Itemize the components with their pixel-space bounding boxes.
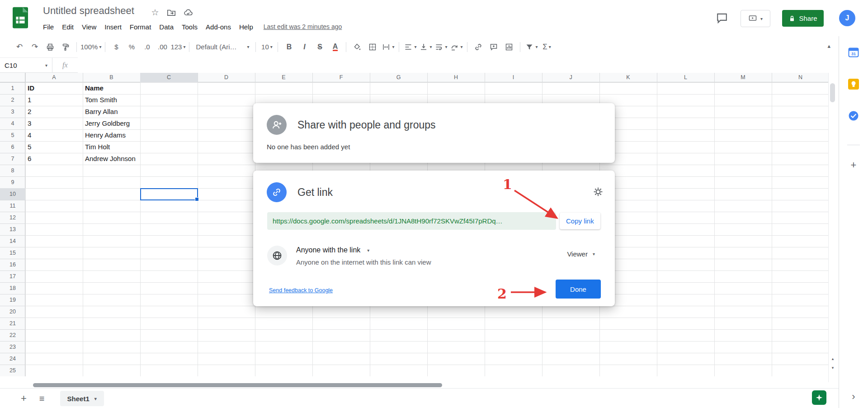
horizontal-scrollbar-thumb[interactable]: [33, 383, 442, 387]
print-button[interactable]: [43, 40, 57, 54]
cell-A6[interactable]: 5: [25, 141, 83, 153]
menu-item-format[interactable]: Format: [126, 21, 156, 33]
column-header-B[interactable]: B: [83, 72, 140, 82]
select-all-corner[interactable]: [0, 72, 25, 82]
menu-item-data[interactable]: Data: [155, 21, 178, 33]
column-header-J[interactable]: J: [542, 72, 599, 82]
all-sheets-icon[interactable]: ≡: [39, 394, 45, 404]
column-header-N[interactable]: N: [772, 72, 829, 82]
share-url-field[interactable]: https://docs.google.com/spreadsheets/d/1…: [267, 212, 556, 230]
row-header-19[interactable]: 19: [0, 294, 25, 306]
last-edit-link[interactable]: Last edit was 2 minutes ago: [264, 23, 342, 30]
cell-B5[interactable]: Henry Adams: [83, 129, 141, 141]
menu-item-file[interactable]: File: [39, 21, 58, 33]
horizontal-align-button[interactable]: ▾: [403, 40, 417, 54]
vertical-scrollbar[interactable]: ▴ ▾: [828, 72, 837, 382]
column-header-I[interactable]: I: [485, 72, 542, 82]
menu-item-insert[interactable]: Insert: [100, 21, 126, 33]
menu-item-edit[interactable]: Edit: [58, 21, 78, 33]
row-header-11[interactable]: 11: [0, 200, 25, 212]
copy-link-button[interactable]: Copy link: [560, 213, 600, 229]
add-addon-button[interactable]: +: [839, 159, 868, 171]
column-header-M[interactable]: M: [714, 72, 772, 82]
font-family-select[interactable]: Default (Ari…▾: [193, 40, 252, 54]
link-settings-gear-icon[interactable]: [592, 186, 604, 198]
cell-A3[interactable]: 2: [25, 106, 83, 118]
cell-A5[interactable]: 4: [25, 129, 83, 141]
row-header-20[interactable]: 20: [0, 306, 25, 318]
scroll-down-icon[interactable]: ▾: [829, 365, 837, 370]
cell-A1[interactable]: ID: [25, 82, 83, 94]
font-size-select[interactable]: 10▾: [259, 40, 274, 54]
row-header-1[interactable]: 1: [0, 82, 25, 94]
column-header-E[interactable]: E: [255, 72, 312, 82]
document-title[interactable]: Untitled spreadsheet: [43, 5, 134, 17]
calendar-icon[interactable]: 31: [848, 47, 859, 58]
row-header-25[interactable]: 25: [0, 365, 25, 376]
italic-button[interactable]: I: [297, 40, 311, 54]
column-header-F[interactable]: F: [312, 72, 370, 82]
row-header-7[interactable]: 7: [0, 153, 25, 165]
tasks-icon[interactable]: [848, 110, 859, 121]
present-to-meeting-button[interactable]: ▾: [741, 10, 770, 27]
cell-B6[interactable]: Tim Holt: [83, 141, 141, 153]
row-header-9[interactable]: 9: [0, 176, 25, 188]
fill-color-button[interactable]: [350, 40, 364, 54]
cell-B3[interactable]: Barry Allan: [83, 106, 141, 118]
decrease-decimal-button[interactable]: .0: [140, 40, 154, 54]
row-header-4[interactable]: 4: [0, 118, 25, 129]
done-button[interactable]: Done: [556, 280, 601, 299]
redo-button[interactable]: ↷: [28, 40, 42, 54]
text-rotation-button[interactable]: ▾: [449, 40, 463, 54]
menu-item-view[interactable]: View: [78, 21, 100, 33]
cell-A7[interactable]: 6: [25, 153, 83, 165]
row-header-18[interactable]: 18: [0, 282, 25, 294]
name-box[interactable]: C10▾: [0, 58, 52, 72]
menu-item-help[interactable]: Help: [235, 21, 257, 33]
explore-button[interactable]: [812, 390, 826, 405]
column-header-L[interactable]: L: [657, 72, 714, 82]
comments-icon[interactable]: [716, 12, 728, 24]
insert-link-button[interactable]: [471, 40, 486, 54]
zoom-select[interactable]: 100%▾: [80, 40, 101, 54]
row-header-12[interactable]: 12: [0, 212, 25, 223]
formula-input[interactable]: [78, 57, 839, 73]
row-header-16[interactable]: 16: [0, 259, 25, 270]
text-wrap-button[interactable]: ▾: [434, 40, 448, 54]
vertical-align-button[interactable]: ▾: [418, 40, 433, 54]
row-header-24[interactable]: 24: [0, 353, 25, 365]
menu-item-tools[interactable]: Tools: [178, 21, 202, 33]
avatar[interactable]: J: [839, 10, 855, 26]
move-folder-icon[interactable]: [166, 8, 176, 18]
more-formats-button[interactable]: 123▾: [170, 40, 185, 54]
cell-B4[interactable]: Jerry Goldberg: [83, 118, 141, 129]
row-header-3[interactable]: 3: [0, 106, 25, 118]
sheet-tab-sheet1[interactable]: Sheet1 ▾: [60, 391, 104, 406]
cell-A4[interactable]: 3: [25, 118, 83, 129]
column-header-D[interactable]: D: [198, 72, 255, 82]
column-header-H[interactable]: H: [427, 72, 485, 82]
column-header-K[interactable]: K: [599, 72, 657, 82]
text-color-button[interactable]: A: [328, 40, 342, 54]
row-header-23[interactable]: 23: [0, 341, 25, 353]
borders-button[interactable]: [365, 40, 380, 54]
send-feedback-link[interactable]: Send feedback to Google: [269, 287, 333, 294]
add-sheet-button[interactable]: +: [21, 393, 27, 404]
row-header-17[interactable]: 17: [0, 270, 25, 282]
undo-button[interactable]: ↶: [12, 40, 27, 54]
role-dropdown[interactable]: Viewer ▾: [567, 250, 595, 258]
insert-chart-button[interactable]: [502, 40, 516, 54]
row-header-6[interactable]: 6: [0, 141, 25, 153]
increase-decimal-button[interactable]: .00: [155, 40, 170, 54]
row-header-15[interactable]: 15: [0, 247, 25, 259]
cell-B2[interactable]: Tom Smith: [83, 94, 141, 106]
row-header-2[interactable]: 2: [0, 94, 25, 106]
column-header-C[interactable]: C: [140, 72, 198, 82]
collapse-side-panel-icon[interactable]: ›: [839, 391, 868, 403]
cell-B1[interactable]: Name: [83, 82, 141, 94]
star-icon[interactable]: ☆: [150, 8, 160, 18]
cell-A2[interactable]: 1: [25, 94, 83, 106]
row-header-21[interactable]: 21: [0, 318, 25, 329]
row-header-14[interactable]: 14: [0, 235, 25, 247]
share-button[interactable]: Share: [782, 10, 824, 27]
